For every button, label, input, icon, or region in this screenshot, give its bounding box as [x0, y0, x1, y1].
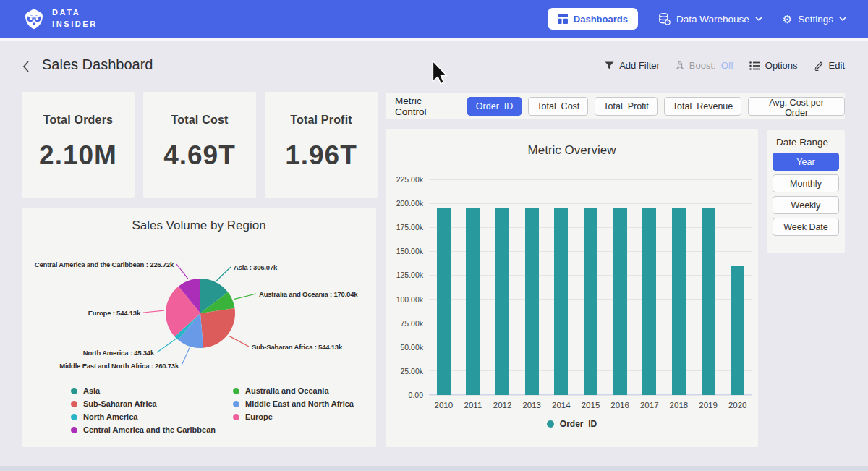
legend-dot [547, 420, 554, 428]
x-axis: 2010201120122013201420152016201720182019… [429, 401, 752, 411]
bar-2012[interactable] [495, 208, 509, 395]
database-icon [658, 13, 671, 25]
kpi-label: Total Cost [171, 114, 228, 127]
metric-buttons: Order_IDTotal_CostTotal_ProfitTotal_Reve… [467, 97, 845, 116]
header-actions: Add Filter Boost: Off Options Edit [605, 60, 845, 71]
metric-button-total-cost[interactable]: Total_Cost [528, 97, 588, 116]
legend-label: Central America and the Caribbean [83, 425, 216, 434]
legend-item-north-america[interactable]: North America [71, 410, 216, 423]
y-axis-tick-label: 225.00k [386, 175, 423, 184]
y-axis-tick-label: 175.00k [386, 223, 423, 232]
chevron-down-icon [839, 17, 846, 21]
navbar-divider [0, 38, 868, 41]
date-range-button-monthly[interactable]: Monthly [773, 174, 839, 192]
legend-item-europe[interactable]: Europe [233, 410, 354, 423]
dashboards-button[interactable]: Dashboards [548, 8, 638, 30]
legend-item-sub-saharan-africa[interactable]: Sub-Saharan Africa [71, 397, 216, 410]
legend-item-middle-east-and-north-africa[interactable]: Middle East and North Africa [233, 397, 354, 410]
y-axis-tick-label: 25.00k [386, 367, 423, 375]
dashboards-label: Dashboards [574, 14, 628, 25]
brand-logo[interactable]: DATA INSIDER [23, 7, 98, 30]
bar-2018[interactable] [672, 208, 686, 395]
legend-item-asia[interactable]: Asia [71, 384, 216, 397]
kpi-card-total-cost: Total Cost 4.69T [143, 92, 256, 198]
legend-label: Middle East and North Africa [245, 399, 354, 408]
kpi-card-total-orders: Total Orders 2.10M [22, 92, 135, 198]
kpi-value: 2.10M [39, 140, 117, 171]
legend-item-central-america-and-the-caribbean[interactable]: Central America and the Caribbean [71, 423, 216, 436]
pie-label-australia-and-oceania: Australia and Oceania : 170.04k [259, 290, 357, 298]
bar-2013[interactable] [525, 208, 539, 395]
metric-button-total-profit[interactable]: Total_Profit [595, 97, 658, 116]
metric-button-order-id[interactable]: Order_ID [467, 97, 522, 116]
bar-2017[interactable] [642, 208, 656, 395]
bar-2016[interactable] [613, 208, 627, 395]
filter-funnel-icon [605, 61, 614, 70]
add-filter-button[interactable]: Add Filter [605, 60, 660, 71]
chart-title: Metric Overview [386, 143, 758, 158]
edit-button[interactable]: Edit [814, 60, 845, 71]
kpi-label: Total Profit [290, 114, 352, 127]
legend-item-australia-and-oceania[interactable]: Australia and Oceania [233, 384, 354, 397]
x-axis-tick-label: 2014 [547, 401, 576, 410]
x-axis-tick-label: 2013 [517, 401, 546, 410]
navbar: DATA INSIDER Dashboards Data Warehouse [0, 0, 868, 38]
metric-button-total-revenue[interactable]: Total_Revenue [664, 97, 741, 116]
gear-icon: ⚙ [783, 14, 792, 25]
edit-label: Edit [829, 60, 845, 71]
legend-label: Sub-Saharan Africa [83, 399, 157, 408]
y-axis-tick-label: 125.00k [386, 271, 423, 279]
legend-label: Order_ID [560, 419, 597, 429]
pie-label-sub-saharan-africa: Sub-Saharan Africa : 544.13k [252, 343, 342, 351]
pie-label-central-america-and-the-caribbean: Central America and the Caribbean : 226.… [35, 260, 174, 268]
gridline [429, 179, 752, 180]
legend-dot [233, 414, 239, 420]
legend-label: Asia [83, 386, 100, 395]
pie-chart-legend: AsiaSub-Saharan AfricaNorth AmericaCentr… [71, 384, 354, 436]
legend-dot [71, 401, 77, 407]
boost-toggle[interactable]: Boost: Off [676, 60, 733, 71]
boost-state: Off [721, 60, 733, 71]
page-title: Sales Dashboard [42, 56, 153, 73]
options-button[interactable]: Options [749, 60, 798, 71]
y-axis-tick-label: 150.00k [386, 247, 423, 255]
bar-2014[interactable] [554, 208, 568, 395]
legend-dot [233, 388, 239, 394]
brand-name: DATA INSIDER [52, 7, 98, 30]
bar-chart-legend[interactable]: Order_ID [386, 419, 758, 429]
date-range-button-year[interactable]: Year [773, 153, 839, 171]
horizontal-scrollbar[interactable] [0, 466, 868, 471]
date-range-button-weekly[interactable]: Weekly [773, 196, 839, 214]
back-button[interactable] [20, 59, 32, 75]
sales-volume-pie-panel: Sales Volume by Region Asia : 306.07kAus… [22, 208, 376, 447]
y-axis-tick-label: 100.00k [386, 295, 423, 304]
mouse-cursor [432, 60, 448, 85]
bar-2015[interactable] [584, 208, 597, 395]
x-axis-tick-label: 2020 [723, 401, 752, 410]
pie-label-europe: Europe : 544.13k [88, 309, 140, 317]
date-range-button-week-date[interactable]: Week Date [773, 218, 839, 236]
bar-2011[interactable] [466, 208, 480, 395]
kpi-value: 1.96T [285, 140, 357, 171]
date-range-panel: Date Range YearMonthlyWeeklyWeek Date [767, 130, 845, 253]
kpi-card-total-profit: Total Profit 1.96T [265, 92, 378, 198]
bar-2020[interactable] [731, 266, 744, 395]
x-axis-tick-label: 2015 [576, 401, 605, 410]
legend-label: North America [83, 412, 137, 421]
metric-overview-chart-panel: Metric Overview 0.0025.00k50.00k75.00k10… [386, 129, 758, 447]
data-warehouse-menu[interactable]: Data Warehouse [658, 13, 762, 25]
x-axis-tick-label: 2019 [694, 401, 723, 410]
date-range-buttons: YearMonthlyWeeklyWeek Date [773, 153, 839, 236]
settings-menu[interactable]: ⚙ Settings [783, 14, 846, 25]
metric-button-avg-cost-per-order[interactable]: Avg. Cost per Order [748, 97, 845, 116]
kpi-label: Total Orders [43, 114, 113, 127]
bar-2010[interactable] [437, 208, 451, 395]
date-range-label: Date Range [776, 137, 828, 148]
owl-logo-icon [23, 8, 45, 30]
x-axis-tick-label: 2018 [664, 401, 693, 410]
y-axis-tick-label: 200.00k [386, 199, 423, 208]
bar-2019[interactable] [702, 208, 715, 395]
bar-chart-plot-area [429, 179, 752, 395]
pie-label-middle-east-and-north-africa: Middle East and North Africa : 260.73k [59, 362, 179, 370]
legend-label: Europe [245, 412, 273, 421]
